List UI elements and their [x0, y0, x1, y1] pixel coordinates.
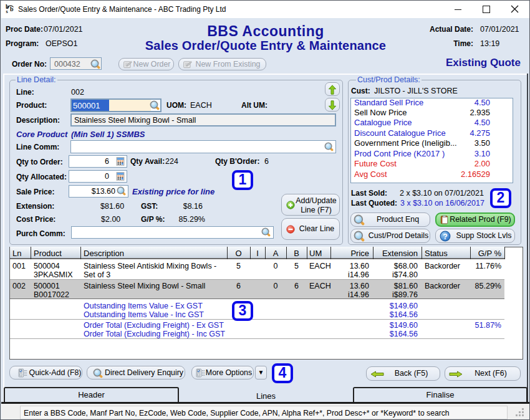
svg-text:s: s: [6, 9, 7, 14]
svg-text:b: b: [10, 6, 14, 12]
